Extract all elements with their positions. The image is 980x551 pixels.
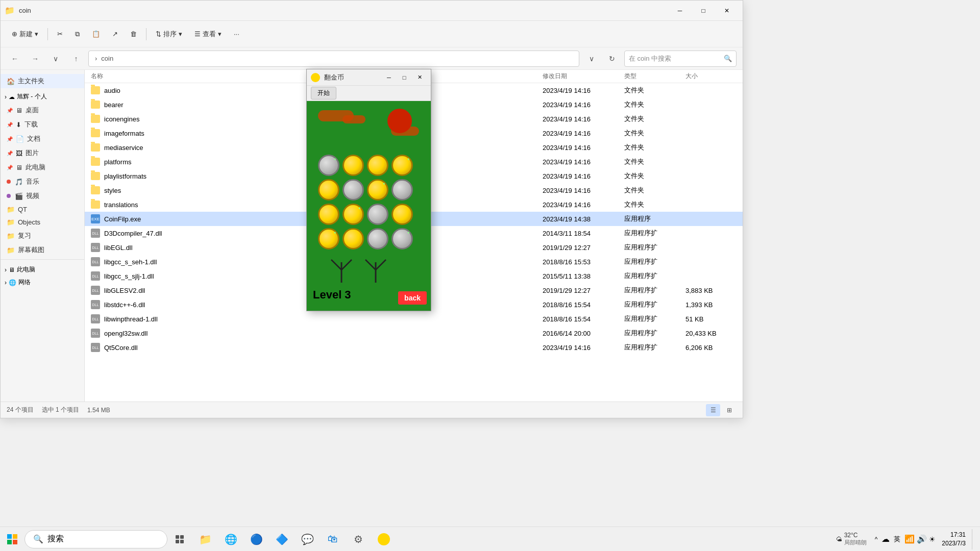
sidebar-item-qt[interactable]: 📁 QT	[1, 203, 84, 216]
file-type: 文件夹	[624, 186, 685, 195]
coin-icon-taskbar	[378, 533, 390, 545]
pin-icon-docs: 📌	[7, 136, 13, 142]
toolbar-divider-1	[47, 28, 48, 40]
sidebar-item-screenshots[interactable]: 📁 屏幕截图	[1, 243, 84, 257]
coin-1-3[interactable]	[391, 179, 413, 201]
forward-nav-button[interactable]: →	[27, 51, 43, 67]
sidebar-section-thispc[interactable]: › 🖥 此电脑	[1, 263, 84, 276]
col-size[interactable]: 大小	[685, 72, 737, 81]
coin-0-3[interactable]: ✦	[391, 155, 413, 176]
file-row[interactable]: DLL libwinpthread-1.dll 2018/8/16 15:54 …	[85, 312, 743, 326]
address-path[interactable]: › coin	[88, 51, 579, 67]
sidebar-item-desktop[interactable]: 📌 🖥 桌面	[1, 103, 84, 117]
sidebar-item-review[interactable]: 📁 复习	[1, 229, 84, 243]
file-explorer-taskbar[interactable]: 📁	[193, 527, 217, 552]
game-maximize-button[interactable]: □	[397, 72, 411, 83]
coin-1-2[interactable]: ✦	[367, 179, 388, 201]
address-dropdown-button[interactable]: ∨	[583, 51, 600, 67]
sidebar-item-docs[interactable]: 📌 📄 文档	[1, 132, 84, 146]
game-taskbar-button[interactable]	[372, 527, 396, 552]
coin-2-0[interactable]	[318, 204, 339, 225]
sidebar-section-network[interactable]: › 🌐 网络	[1, 276, 84, 289]
grid-view-button[interactable]: ⊞	[722, 404, 737, 416]
wifi-icon[interactable]: 📶	[904, 534, 915, 544]
coin-3-3[interactable]: ✦	[391, 228, 413, 249]
paste-button[interactable]: 📋	[87, 27, 105, 41]
file-type: 文件夹	[624, 143, 685, 152]
brightness-icon[interactable]: ☀	[929, 535, 936, 543]
coin-0-0[interactable]: ✦	[318, 155, 339, 176]
up-nav-button[interactable]: ↑	[68, 51, 84, 67]
svg-rect-11	[180, 535, 184, 539]
more-button[interactable]: ···	[229, 27, 244, 41]
game-close-button[interactable]: ✕	[412, 72, 427, 83]
game-start-button[interactable]: 开始	[311, 87, 336, 99]
browser-button[interactable]: 🌐	[218, 527, 243, 552]
sidebar-item-pictures[interactable]: 📌 🖼 图片	[1, 146, 84, 160]
refresh-button[interactable]: ↻	[604, 51, 620, 67]
coin-1-0[interactable]	[318, 179, 339, 201]
game-minimize-button[interactable]: ─	[382, 72, 396, 83]
copy-button[interactable]: ⧉	[70, 27, 85, 41]
coin-3-0[interactable]: ✦	[318, 228, 339, 249]
new-button[interactable]: ⊕ 新建 ▾	[7, 27, 43, 42]
list-view-button[interactable]: ☰	[706, 404, 720, 416]
messages-button[interactable]: 💬	[295, 527, 320, 552]
windows-logo	[7, 534, 18, 545]
coin-2-3[interactable]	[391, 204, 413, 225]
sort-icon: ⇅	[156, 30, 161, 38]
volume-icon[interactable]: 🔊	[917, 534, 927, 544]
minimize-button[interactable]: ─	[668, 3, 692, 19]
back-button[interactable]: back	[398, 291, 427, 305]
sparkle: ✦	[358, 206, 361, 211]
coin-2-2[interactable]	[367, 204, 388, 225]
back-nav-button[interactable]: ←	[7, 51, 23, 67]
search-box[interactable]: 在 coin 中搜索 🔍	[624, 51, 737, 67]
clock[interactable]: 17:31 2023/7/3	[938, 531, 970, 548]
notes-button[interactable]: 🔷	[270, 527, 294, 552]
sidebar-item-thispc[interactable]: 📌 🖥 此电脑	[1, 160, 84, 174]
file-type: 文件夹	[624, 100, 685, 109]
sidebar-section-personal[interactable]: › ☁ 旭辉 - 个人	[1, 90, 84, 103]
col-date[interactable]: 修改日期	[543, 72, 624, 81]
weather-widget[interactable]: 🌤 32°C 局部晴朗	[832, 530, 871, 548]
sidebar-item-downloads[interactable]: 📌 ⬇ 下载	[1, 117, 84, 132]
hidden-icons-button[interactable]: ^	[873, 534, 880, 545]
close-button[interactable]: ✕	[715, 3, 739, 19]
game-canvas[interactable]: ✦✦✦✦✦✦ Level 3 back	[307, 101, 431, 311]
cut-button[interactable]: ✂	[52, 27, 68, 41]
svg-rect-8	[7, 540, 12, 544]
sidebar-item-objects[interactable]: 📁 Objects	[1, 216, 84, 229]
sidebar-item-music[interactable]: 🎵 音乐	[1, 174, 84, 189]
maximize-button[interactable]: □	[692, 3, 715, 19]
sidebar-item-video[interactable]: 🎬 视频	[1, 189, 84, 203]
sort-button[interactable]: ⇅ 排序 ▾	[151, 27, 187, 42]
file-size: 3,883 KB	[685, 287, 737, 294]
view-button[interactable]: ☰ 查看 ▾	[189, 27, 227, 42]
file-row[interactable]: DLL opengl32sw.dll 2016/6/14 20:00 应用程序扩…	[85, 326, 743, 340]
lang-button[interactable]: 英	[892, 534, 902, 545]
recent-nav-button[interactable]: ∨	[47, 51, 64, 67]
coin-3-1[interactable]	[342, 228, 364, 249]
coin-2-1[interactable]: ✦	[342, 204, 364, 225]
settings-button[interactable]: ⚙	[346, 527, 371, 552]
store-button[interactable]: 🛍	[321, 527, 345, 552]
taskbar-search[interactable]: 🔍 搜索	[24, 530, 167, 548]
coin-1-1[interactable]	[342, 179, 364, 201]
edge-button[interactable]: 🔵	[244, 527, 268, 552]
share-button[interactable]: ↗	[107, 27, 123, 41]
col-type[interactable]: 类型	[624, 72, 685, 81]
coin-0-1[interactable]	[342, 155, 364, 176]
coin-0-2[interactable]	[367, 155, 388, 176]
show-desktop-button[interactable]	[972, 529, 976, 549]
coin-3-2[interactable]	[367, 228, 388, 249]
music-dot	[7, 180, 11, 184]
cloud-icon-tray[interactable]: ☁	[881, 534, 890, 544]
file-row[interactable]: DLL Qt5Core.dll 2023/4/19 14:16 应用程序扩 6,…	[85, 340, 743, 355]
start-button[interactable]	[0, 527, 24, 552]
taskview-button[interactable]	[167, 527, 192, 552]
delete-button[interactable]: 🗑	[125, 27, 142, 41]
objects-icon: 📁	[7, 218, 15, 226]
file-name-text: opengl32sw.dll	[104, 330, 148, 337]
sidebar-item-home[interactable]: 🏠 主文件夹	[1, 74, 84, 88]
